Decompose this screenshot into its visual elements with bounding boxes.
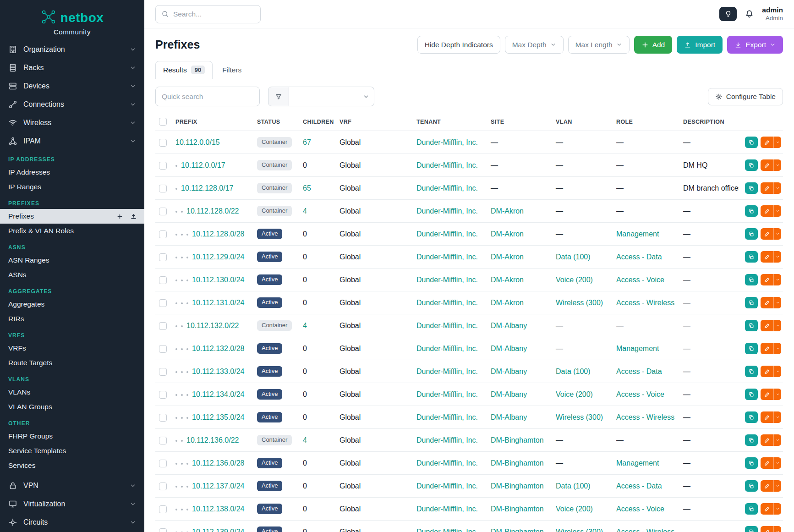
- hide-depth-indicators-button[interactable]: Hide Depth Indicators: [417, 36, 500, 54]
- edit-button[interactable]: [761, 228, 773, 240]
- tenant-link[interactable]: Dunder-Mifflin, Inc.: [416, 276, 478, 284]
- vlan-link[interactable]: Wireless (300): [556, 299, 603, 307]
- clone-button[interactable]: [745, 480, 758, 492]
- prefix-link[interactable]: 10.112.128.0/28: [192, 230, 244, 238]
- prefix-link[interactable]: 10.112.139.0/24: [192, 528, 244, 532]
- edit-dropdown-button[interactable]: [773, 228, 781, 240]
- tenant-link[interactable]: Dunder-Mifflin, Inc.: [416, 184, 478, 192]
- role-link[interactable]: Access - Voice: [616, 390, 664, 398]
- prefix-link[interactable]: 10.112.132.0/28: [192, 345, 244, 352]
- edit-dropdown-button[interactable]: [773, 297, 781, 308]
- role-link[interactable]: Access - Wireless: [616, 299, 674, 307]
- site-link[interactable]: DM-Akron: [491, 230, 524, 238]
- edit-dropdown-button[interactable]: [773, 457, 781, 469]
- clone-button[interactable]: [745, 205, 758, 217]
- sidebar-item-ip-ranges[interactable]: IP Ranges: [0, 180, 144, 194]
- sidebar-item-vlan-groups[interactable]: VLAN Groups: [0, 400, 144, 414]
- children-count-link[interactable]: 4: [303, 436, 307, 444]
- saved-filter-select[interactable]: [289, 87, 374, 106]
- import-button[interactable]: Import: [677, 36, 723, 54]
- prefix-link[interactable]: 10.112.138.0/24: [192, 505, 244, 513]
- prefix-link[interactable]: 10.112.137.0/24: [192, 482, 244, 490]
- column-header-status[interactable]: STATUS: [253, 113, 299, 131]
- column-header-description[interactable]: DESCRIPTION: [679, 113, 739, 131]
- tenant-link[interactable]: Dunder-Mifflin, Inc.: [416, 459, 478, 467]
- quick-search-input[interactable]: [155, 87, 260, 106]
- edit-button[interactable]: [761, 159, 773, 171]
- column-header-children[interactable]: CHILDREN: [299, 113, 336, 131]
- clone-button[interactable]: [745, 182, 758, 194]
- user-menu[interactable]: admin Admin: [762, 5, 783, 22]
- sidebar-item-route-targets[interactable]: Route Targets: [0, 356, 144, 370]
- site-link[interactable]: DM-Albany: [491, 413, 527, 421]
- clone-button[interactable]: [745, 366, 758, 377]
- row-checkbox[interactable]: [159, 230, 167, 238]
- row-checkbox[interactable]: [159, 322, 167, 330]
- vlan-link[interactable]: Data (100): [556, 253, 591, 261]
- sidebar-item-prefixes[interactable]: Prefixes: [0, 209, 144, 224]
- tenant-link[interactable]: Dunder-Mifflin, Inc.: [416, 207, 478, 215]
- site-link[interactable]: DM-Akron: [491, 299, 524, 307]
- site-link[interactable]: DM-Albany: [491, 390, 527, 398]
- role-link[interactable]: Access - Data: [616, 482, 662, 490]
- children-count-link[interactable]: 4: [303, 322, 307, 329]
- column-header-vlan[interactable]: VLAN: [552, 113, 613, 131]
- clone-button[interactable]: [745, 297, 758, 308]
- tenant-link[interactable]: Dunder-Mifflin, Inc.: [416, 482, 478, 490]
- edit-dropdown-button[interactable]: [773, 366, 781, 377]
- column-header-site[interactable]: SITE: [487, 113, 552, 131]
- clone-button[interactable]: [745, 320, 758, 331]
- sidebar-item-vpn[interactable]: VPN: [0, 477, 144, 495]
- clone-button[interactable]: [745, 251, 758, 263]
- role-link[interactable]: Management: [616, 345, 659, 352]
- tenant-link[interactable]: Dunder-Mifflin, Inc.: [416, 138, 478, 146]
- edit-button[interactable]: [761, 274, 773, 285]
- edit-dropdown-button[interactable]: [773, 274, 781, 285]
- column-header-vrf[interactable]: VRF: [336, 113, 413, 131]
- sidebar-item-devices[interactable]: Devices: [0, 77, 144, 95]
- vlan-link[interactable]: Wireless (300): [556, 413, 603, 421]
- row-checkbox[interactable]: [159, 253, 167, 261]
- row-checkbox[interactable]: [159, 368, 167, 376]
- edit-dropdown-button[interactable]: [773, 434, 781, 446]
- site-link[interactable]: DM-Akron: [491, 276, 524, 284]
- edit-button[interactable]: [761, 434, 773, 446]
- site-link[interactable]: DM-Binghamton: [491, 436, 544, 444]
- sidebar-item-racks[interactable]: Racks: [0, 59, 144, 77]
- add-button[interactable]: Add: [634, 36, 673, 54]
- filter-button[interactable]: [268, 87, 289, 106]
- clone-button[interactable]: [745, 137, 758, 148]
- tenant-link[interactable]: Dunder-Mifflin, Inc.: [416, 528, 478, 532]
- sidebar-item-ipam[interactable]: IPAM: [0, 132, 144, 150]
- vlan-link[interactable]: Wireless (300): [556, 528, 603, 532]
- tenant-link[interactable]: Dunder-Mifflin, Inc.: [416, 230, 478, 238]
- configure-table-button[interactable]: Configure Table: [708, 88, 783, 105]
- quick-add-button[interactable]: [115, 212, 124, 221]
- row-checkbox[interactable]: [159, 139, 167, 147]
- column-header-prefix[interactable]: PREFIX: [172, 113, 253, 131]
- sidebar-item-asn-ranges[interactable]: ASN Ranges: [0, 253, 144, 268]
- vlan-link[interactable]: Data (100): [556, 482, 591, 490]
- row-checkbox[interactable]: [159, 345, 167, 353]
- site-link[interactable]: DM-Binghamton: [491, 459, 544, 467]
- tenant-link[interactable]: Dunder-Mifflin, Inc.: [416, 253, 478, 261]
- role-link[interactable]: Access - Voice: [616, 505, 664, 513]
- sidebar-item-connections[interactable]: Connections: [0, 95, 144, 114]
- tenant-link[interactable]: Dunder-Mifflin, Inc.: [416, 436, 478, 444]
- tenant-link[interactable]: Dunder-Mifflin, Inc.: [416, 367, 478, 375]
- max-length-dropdown[interactable]: Max Length: [568, 36, 630, 54]
- edit-dropdown-button[interactable]: [773, 137, 781, 148]
- edit-button[interactable]: [761, 343, 773, 354]
- vlan-link[interactable]: Voice (200): [556, 505, 593, 513]
- sidebar-item-aggregates[interactable]: Aggregates: [0, 297, 144, 312]
- max-depth-dropdown[interactable]: Max Depth: [505, 36, 564, 54]
- role-link[interactable]: Access - Data: [616, 367, 662, 375]
- sidebar-item-service-templates[interactable]: Service Templates: [0, 444, 144, 458]
- clone-button[interactable]: [745, 411, 758, 423]
- netbox-logo[interactable]: netbox Community: [0, 0, 144, 40]
- edit-dropdown-button[interactable]: [773, 251, 781, 263]
- role-link[interactable]: Access - Wireless: [616, 528, 674, 532]
- clone-button[interactable]: [745, 343, 758, 354]
- clone-button[interactable]: [745, 503, 758, 515]
- row-checkbox[interactable]: [159, 391, 167, 399]
